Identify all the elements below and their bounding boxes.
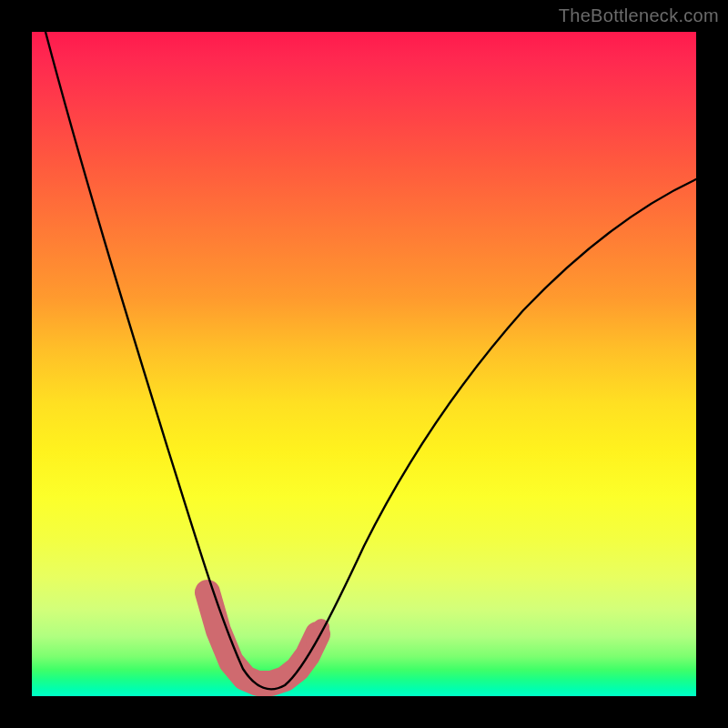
chart-svg [32, 32, 696, 696]
watermark-text: TheBottleneck.com [559, 5, 719, 26]
bottleneck-curve [46, 32, 696, 689]
chart-frame: TheBottleneck.com [0, 0, 728, 728]
marker-band [207, 592, 318, 683]
